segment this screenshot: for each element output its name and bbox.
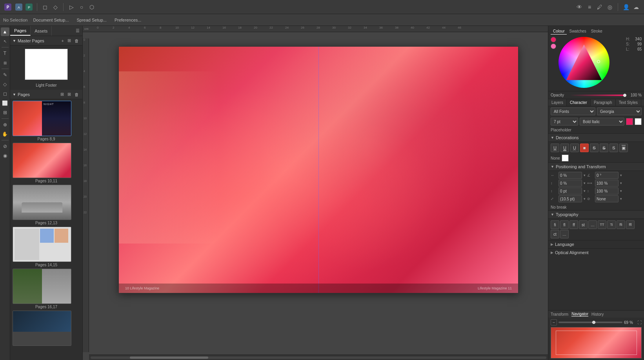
page-thumb-10-11[interactable] xyxy=(13,143,71,178)
zoom-out-btn[interactable]: − xyxy=(551,319,557,325)
size-dropdown[interactable]: ▾ xyxy=(584,197,586,201)
font-color-swatch[interactable] xyxy=(626,118,633,125)
lead-input[interactable] xyxy=(558,187,582,195)
pages-delete-btn[interactable]: 🗑 xyxy=(73,91,80,97)
underline-btn[interactable]: U xyxy=(551,144,559,152)
overline-btn[interactable]: ▣ xyxy=(619,144,628,152)
typo-ellipsis2[interactable]: … xyxy=(560,230,569,238)
page-thumb-12-13[interactable] xyxy=(13,185,71,220)
font-category-select[interactable]: All Fonts xyxy=(551,107,595,115)
page-thumb-18plus[interactable] xyxy=(13,311,71,346)
assets-tab[interactable]: Assets xyxy=(31,26,52,36)
typo-TT[interactable]: TT xyxy=(598,220,606,229)
w-input[interactable] xyxy=(595,180,619,187)
skew-input[interactable] xyxy=(595,195,619,202)
master-page-thumbnail[interactable] xyxy=(25,49,68,80)
typography-header[interactable]: ▼ Typography xyxy=(548,211,644,219)
panel-menu-btn[interactable]: ☰ xyxy=(75,28,81,34)
pointer-tool-icon[interactable]: ◻ xyxy=(40,2,50,12)
fill-tool[interactable]: ◉ xyxy=(1,151,9,160)
strikethrough-dotted-btn[interactable]: S xyxy=(609,144,618,152)
page-thumb-14-15[interactable] xyxy=(13,227,71,262)
color-picker-tool[interactable]: ⊘ xyxy=(1,142,9,151)
typo-fl[interactable]: fl xyxy=(560,220,569,229)
layers-tab[interactable]: Layers xyxy=(548,99,567,106)
zoom-fullscreen-btn[interactable]: ⛶ xyxy=(637,320,642,325)
x-dropdown[interactable]: ▾ xyxy=(584,173,586,177)
y-input[interactable] xyxy=(558,180,582,187)
master-pages-delete-btn[interactable]: 🗑 xyxy=(73,38,80,44)
h-input[interactable] xyxy=(595,187,619,195)
master-pages-settings-btn[interactable]: ⊞ xyxy=(66,38,72,44)
typo-ffl[interactable]: ffl xyxy=(626,220,635,229)
typo-ellipsis1[interactable]: … xyxy=(588,220,597,229)
node-tool[interactable]: ◇ xyxy=(1,80,9,89)
zoom-slider-thumb[interactable] xyxy=(592,321,595,324)
skew-dropdown[interactable]: ▾ xyxy=(620,197,622,201)
colour-wheel-handle[interactable] xyxy=(597,60,600,63)
table-tool[interactable]: ⊞ xyxy=(1,108,9,117)
decorations-header[interactable]: ▼ Decorations xyxy=(548,134,644,142)
optical-alignment-header[interactable]: ▶ Optical Alignment xyxy=(548,249,644,256)
page-group-2[interactable]: Pages 10,11 xyxy=(13,143,80,183)
font-style-select[interactable]: Bold Italic xyxy=(580,118,624,125)
pen-tool[interactable]: ✎ xyxy=(1,71,9,79)
frame-text-tool[interactable]: ⊞ xyxy=(1,58,9,67)
font-name-select[interactable]: Georgia xyxy=(597,107,642,115)
zoom-tool[interactable]: ⊕ xyxy=(1,120,9,129)
h-dropdown[interactable]: ▾ xyxy=(620,189,622,193)
rectangle-tool-icon[interactable]: ▷ xyxy=(67,2,76,12)
fill-swatch[interactable] xyxy=(551,37,556,42)
character-tab[interactable]: Character xyxy=(567,99,591,106)
opacity-slider-handle[interactable] xyxy=(623,94,626,97)
x-input[interactable] xyxy=(558,172,582,179)
typo-fi[interactable]: fi xyxy=(551,220,559,229)
navigator-tab[interactable]: Navigator xyxy=(571,312,588,316)
pan-tool[interactable]: ✋ xyxy=(1,130,9,138)
angle-input[interactable] xyxy=(595,172,619,179)
scrollbar-horizontal[interactable] xyxy=(89,355,548,360)
app-icon[interactable]: P xyxy=(3,2,13,12)
cloud-icon[interactable]: ☁ xyxy=(631,2,641,12)
w-dropdown[interactable]: ▾ xyxy=(620,181,622,185)
settings-view-icon[interactable]: ◎ xyxy=(605,2,615,12)
pages-tab[interactable]: Pages xyxy=(10,26,31,36)
font-size-select[interactable]: 7 pt xyxy=(551,118,578,125)
page-thumb-8-9[interactable]: NIGHT xyxy=(13,101,71,136)
angle-dropdown[interactable]: ▾ xyxy=(620,173,622,177)
pages-scroll[interactable]: ▼ Master Pages + ⊞ 🗑 Light Footer ▼ Page… xyxy=(10,36,82,360)
pages-view-btn[interactable]: ⊞ xyxy=(59,91,65,97)
list-view-icon[interactable]: ≡ xyxy=(585,2,594,12)
y-dropdown[interactable]: ▾ xyxy=(584,181,586,185)
node-tool-icon[interactable]: ◇ xyxy=(51,2,60,12)
language-header[interactable]: ▶ Language xyxy=(548,240,644,248)
master-pages-section-header[interactable]: ▼ Master Pages + ⊞ 🗑 xyxy=(10,36,82,45)
image-tool[interactable]: ⬜ xyxy=(1,99,9,107)
text-tool[interactable]: T xyxy=(1,49,9,58)
colour-wheel-outer[interactable] xyxy=(558,37,609,88)
pages-section-header[interactable]: ▼ Pages ⊞ ⊞ 🗑 xyxy=(10,90,82,99)
strikethrough-double-btn[interactable]: S xyxy=(600,144,608,152)
stroke-swatch[interactable] xyxy=(551,44,556,49)
underline-dotted-btn[interactable]: U xyxy=(570,144,579,152)
typo-ff[interactable]: ff xyxy=(569,220,578,229)
text-styles-tab[interactable]: Text Styles xyxy=(616,99,641,106)
underline-double-btn[interactable]: U xyxy=(560,144,569,152)
page-group-3[interactable]: Pages 12,13 xyxy=(13,185,80,225)
positioning-header[interactable]: ▼ Positioning and Transform xyxy=(548,163,644,171)
pages-settings-btn[interactable]: ⊞ xyxy=(66,91,72,97)
preferences-button[interactable]: Preferences... xyxy=(112,17,144,23)
size-input[interactable] xyxy=(558,195,582,202)
paragraph-tab[interactable]: Paragraph xyxy=(591,99,616,106)
typo-ffi[interactable]: ffi xyxy=(617,220,625,229)
shape-tool[interactable]: ◻ xyxy=(1,89,9,98)
page-thumb-16-17[interactable] xyxy=(13,269,71,304)
font-color-white-swatch[interactable] xyxy=(635,118,642,125)
view-icon[interactable]: 👁 xyxy=(575,2,584,12)
zoom-slider-track[interactable] xyxy=(558,322,622,323)
opacity-slider-track[interactable] xyxy=(570,95,626,96)
page-group-5[interactable]: Pages 16,17 xyxy=(13,269,80,309)
master-pages-add-btn[interactable]: + xyxy=(60,38,65,44)
app-icon-2[interactable]: P xyxy=(24,2,34,12)
colour-wheel[interactable] xyxy=(558,37,609,88)
